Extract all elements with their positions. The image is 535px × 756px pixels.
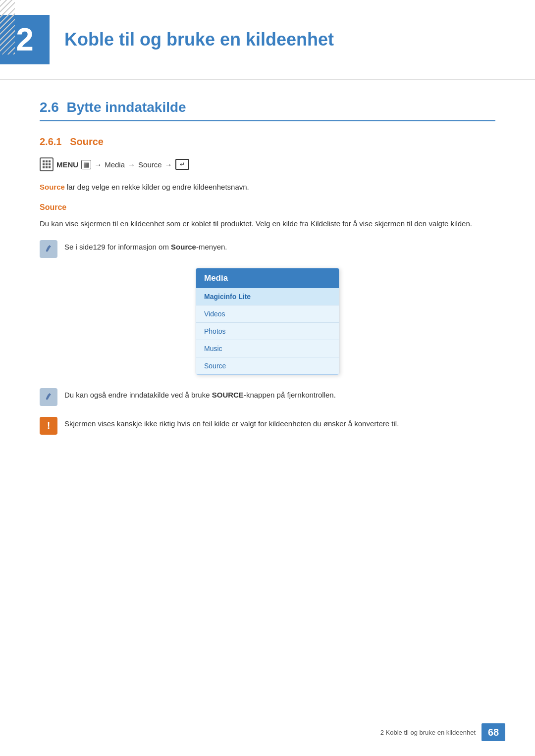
sub-heading-source: Source <box>40 203 495 212</box>
note1-text: Se i side129 for informasjon om Source-m… <box>64 239 227 253</box>
note-pencil-icon <box>40 240 57 258</box>
note2-text: Du kan også endre inndatakilde ved å bru… <box>64 387 336 401</box>
main-content: 2.6 Bytte inndatakilde 2.6.1 Source MENU… <box>0 100 535 435</box>
description-suffix: lar deg velge en rekke kilder og endre k… <box>65 183 249 191</box>
menu-grid-icon <box>43 160 51 169</box>
media-menu-item-magicinfo[interactable]: Magicinfo Lite <box>196 288 339 305</box>
note2-suffix: -knappen på fjernkontrollen. <box>244 391 336 399</box>
menu-step2: Source <box>138 160 162 169</box>
warning-icon: ! <box>40 417 57 435</box>
note3-row: ! Skjermen vises kanskje ikke riktig hvi… <box>40 416 495 435</box>
note2-source-bold: SOURCE <box>212 391 244 399</box>
subsection-title: 2.6.1 Source <box>40 136 495 148</box>
footer-text: 2 Koble til og bruke en kildeenhet <box>380 729 476 736</box>
page-footer: 2 Koble til og bruke en kildeenhet 68 <box>380 723 505 741</box>
enter-icon: ↵ <box>175 159 189 170</box>
chapter-number: 2 <box>16 21 34 58</box>
body-text: Du kan vise skjermen til en kildeenhet s… <box>40 218 495 230</box>
media-menu-item-videos[interactable]: Videos <box>196 305 339 323</box>
description-text: Source lar deg velge en rekke kilder og … <box>40 181 495 193</box>
menu-grid-small-icon: ▦ <box>81 160 91 169</box>
chapter-title: Koble til og bruke en kildeenhet <box>64 29 334 50</box>
media-menu-container: Media Magicinfo Lite Videos Photos Music… <box>40 268 495 375</box>
menu-step1: Media <box>105 160 125 169</box>
arrow3: → <box>165 160 172 169</box>
description-source-bold: Source <box>40 183 65 191</box>
section-title: 2.6 Bytte inndatakilde <box>40 100 495 121</box>
menu-path: MENU ▦ → Media → Source → ↵ <box>40 157 495 171</box>
note1-source-bold: Source <box>171 243 196 251</box>
note3-text: Skjermen vises kanskje ikke riktig hvis … <box>64 416 399 430</box>
chapter-header: 2 Koble til og bruke en kildeenhet <box>0 0 535 80</box>
note1-row: Se i side129 for informasjon om Source-m… <box>40 239 495 258</box>
note1-prefix: Se i side129 for informasjon om <box>64 243 171 251</box>
note2-pencil-icon <box>40 388 57 406</box>
menu-label: MENU <box>56 160 78 169</box>
media-menu-item-source[interactable]: Source <box>196 357 339 374</box>
note2-prefix: Du kan også endre inndatakilde ved å bru… <box>64 391 212 399</box>
media-menu-box: Media Magicinfo Lite Videos Photos Music… <box>196 268 339 375</box>
media-menu-header: Media <box>196 268 339 288</box>
page-number: 68 <box>482 723 505 741</box>
header-stripe-decoration <box>0 0 15 54</box>
media-menu-item-photos[interactable]: Photos <box>196 323 339 340</box>
menu-icon <box>40 157 54 171</box>
note1-suffix: -menyen. <box>196 243 227 251</box>
note2-row: Du kan også endre inndatakilde ved å bru… <box>40 387 495 406</box>
arrow1: → <box>94 160 102 169</box>
media-menu-item-music[interactable]: Music <box>196 340 339 357</box>
arrow2: → <box>128 160 135 169</box>
